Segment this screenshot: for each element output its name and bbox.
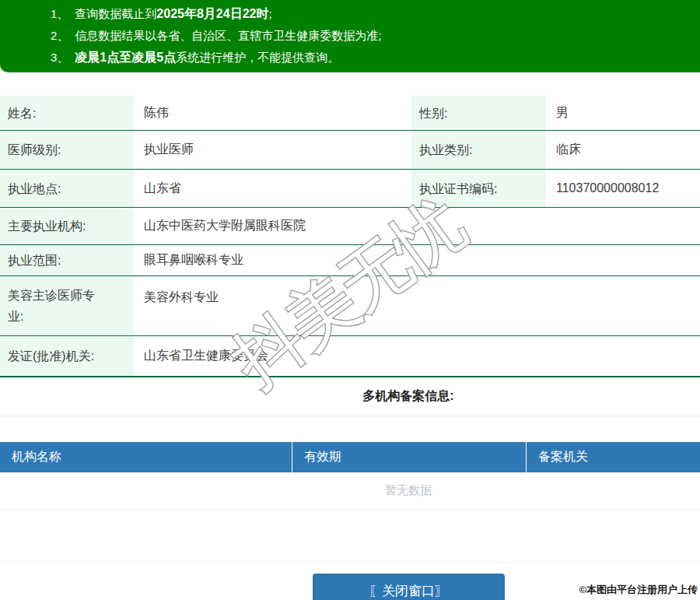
notice-text: 信息数据结果以各省、自治区、直辖市卫生健康委数据为准; (75, 29, 381, 42)
close-window-button[interactable]: 〖关闭窗口〗 (313, 574, 505, 600)
table-row-level-category: 医师级别: 执业医师 执业类别: 临床 (0, 131, 700, 170)
filing-header-validity: 有效期 (292, 442, 527, 472)
filing-table-header: 机构名称 有效期 备案机关 (0, 442, 700, 472)
table-row-cosmetic-specialty: 美容主诊医师专业: 美容外科专业 (0, 276, 700, 336)
notice-line-2: 2、信息数据结果以各省、自治区、直辖市卫生健康委数据为准; (51, 25, 700, 47)
table-row-issuing-authority: 发证(批准)机关: 山东省卫生健康委员会 (0, 336, 700, 377)
field-value-name: 陈伟 (134, 105, 411, 121)
notice-text-bold: 凌晨1点至凌晨5点 (75, 51, 176, 64)
field-label-name: 姓名: (0, 96, 134, 130)
table-row-main-institution: 主要执业机构: 山东中医药大学附属眼科医院 (0, 208, 700, 245)
filing-header-authority: 备案机关 (527, 442, 700, 472)
field-value-issuing-authority: 山东省卫生健康委员会 (134, 348, 700, 364)
field-value-main-institution: 山东中医药大学附属眼科医院 (134, 218, 700, 234)
field-label-practice-scope: 执业范围: (0, 245, 134, 275)
field-label-main-institution: 主要执业机构: (0, 208, 134, 244)
table-row-location-certno: 执业地点: 山东省 执业证书编码: 110370000008012 (0, 170, 700, 208)
table-row-practice-scope: 执业范围: 眼耳鼻咽喉科专业 (0, 245, 700, 276)
field-value-gender: 男 (546, 105, 700, 121)
field-value-category: 临床 (546, 142, 700, 158)
notice-text: 系统进行维护，不能提供查询。 (176, 51, 339, 64)
filing-header-institution: 机构名称 (0, 442, 292, 472)
notice-line-3: 3、凌晨1点至凌晨5点系统进行维护，不能提供查询。 (51, 47, 700, 68)
notice-number: 3、 (51, 51, 68, 64)
notice-text-bold: 2025年8月24日22时 (156, 7, 268, 20)
field-label-certificate-no: 执业证书编码: (411, 170, 546, 207)
notice-number: 1、 (51, 7, 68, 20)
footer-divider (0, 562, 700, 563)
field-value-location: 山东省 (134, 181, 411, 197)
field-label-gender: 性别: (411, 96, 546, 130)
spacer (0, 416, 700, 442)
field-value-practice-scope: 眼耳鼻咽喉科专业 (134, 252, 700, 268)
notice-number: 2、 (51, 29, 68, 42)
filing-section-title: 多机构备案信息: (0, 377, 700, 416)
copyright-stamp: ©本图由平台注册用户上传 (579, 583, 698, 597)
field-label-category: 执业类别: (411, 131, 546, 169)
doctor-info-table: 姓名: 陈伟 性别: 男 医师级别: 执业医师 执业类别: 临床 执业地点: 山… (0, 96, 700, 377)
field-value-level: 执业医师 (134, 142, 411, 158)
field-label-level: 医师级别: (0, 131, 134, 169)
notice-line-1: 1、查询数据截止到2025年8月24日22时; (51, 3, 700, 25)
filing-empty-state: 暂无数据 (0, 472, 700, 510)
field-label-issuing-authority: 发证(批准)机关: (0, 336, 134, 376)
notice-text: 查询数据截止到 (75, 7, 156, 20)
field-label-location: 执业地点: (0, 170, 134, 207)
field-value-certificate-no: 110370000008012 (546, 181, 700, 195)
notice-text: ; (268, 7, 271, 20)
query-result-page: 1、查询数据截止到2025年8月24日22时; 2、信息数据结果以各省、自治区、… (0, 0, 700, 600)
field-label-cosmetic-specialty: 美容主诊医师专业: (0, 276, 134, 335)
field-value-cosmetic-specialty: 美容外科专业 (134, 276, 700, 306)
notice-banner: 1、查询数据截止到2025年8月24日22时; 2、信息数据结果以各省、自治区、… (0, 0, 700, 72)
spacer (0, 510, 700, 562)
table-row-name-gender: 姓名: 陈伟 性别: 男 (0, 96, 700, 131)
